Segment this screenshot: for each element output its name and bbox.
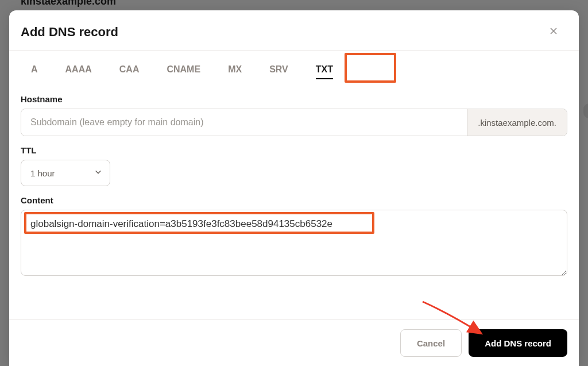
modal-body: A AAAA CAA CNAME MX SRV TXT Hostname .ki… [9, 51, 579, 319]
modal-footer: Cancel Add DNS record [9, 319, 579, 366]
modal-header: Add DNS record [9, 10, 579, 51]
ttl-select[interactable]: 1 hour [21, 160, 110, 186]
annotation-txt-highlight [345, 53, 396, 83]
backdrop-decoration [583, 103, 588, 118]
close-icon [549, 26, 558, 36]
content-label: Content [21, 195, 567, 205]
tab-a[interactable]: A [30, 61, 39, 78]
close-button[interactable] [547, 24, 560, 40]
tab-mx[interactable]: MX [227, 61, 243, 78]
backdrop-domain: kinstaexample.com [21, 0, 116, 7]
hostname-label: Hostname [21, 94, 567, 104]
hostname-input-wrapper: .kinstaexample.com. [21, 109, 567, 136]
hostname-group: Hostname .kinstaexample.com. [21, 94, 567, 136]
tab-srv[interactable]: SRV [268, 61, 289, 78]
modal-title: Add DNS record [21, 25, 118, 40]
tab-caa[interactable]: CAA [118, 61, 141, 78]
tab-cname[interactable]: CNAME [165, 61, 202, 78]
add-dns-record-modal: Add DNS record A AAAA CAA CNAME MX SRV T… [9, 10, 579, 366]
cancel-button[interactable]: Cancel [400, 329, 462, 357]
ttl-group: TTL 1 hour [21, 145, 567, 186]
record-type-tabs: A AAAA CAA CNAME MX SRV TXT [21, 51, 567, 85]
add-dns-record-button[interactable]: Add DNS record [469, 329, 567, 357]
hostname-input[interactable] [21, 109, 467, 136]
tab-aaaa[interactable]: AAAA [64, 61, 93, 78]
tab-txt[interactable]: TXT [315, 61, 334, 78]
ttl-select-wrapper: 1 hour [21, 160, 110, 186]
ttl-label: TTL [21, 145, 567, 155]
content-input[interactable] [21, 210, 567, 276]
content-group: Content [21, 195, 567, 278]
hostname-suffix: .kinstaexample.com. [467, 109, 567, 136]
